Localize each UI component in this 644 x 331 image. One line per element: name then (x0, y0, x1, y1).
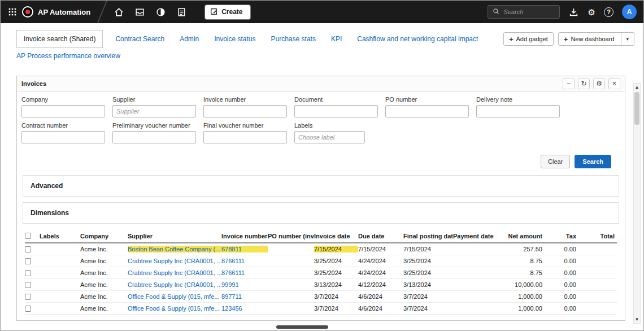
row-checkbox-cell (25, 306, 40, 312)
cell-supplier[interactable]: Office Food & Supply (015, mfe... (128, 293, 221, 300)
search-input[interactable] (503, 8, 555, 16)
cell-invoice-number[interactable]: 8766111 (221, 258, 268, 264)
app-grid-icon[interactable] (8, 8, 16, 16)
gear-icon[interactable]: ⚙ (588, 8, 595, 16)
invoice-number-input[interactable] (203, 105, 287, 117)
cell-invoice-number[interactable]: 123456 (221, 305, 268, 312)
refresh-button[interactable]: ↻ (578, 79, 590, 89)
preliminary-voucher-number-input[interactable] (112, 131, 196, 143)
row-checkbox[interactable] (25, 294, 31, 300)
table-row[interactable]: Acme Inc.Office Food & Supply (015, mfe.… (25, 303, 617, 315)
cell-supplier[interactable]: Crabtree Supply Inc (CRA0001, ... (128, 269, 221, 276)
search-button[interactable]: Search (575, 155, 611, 168)
new-dashboard-button[interactable]: + New dashboard ▾ (558, 32, 634, 46)
cell-invoice-date: 3/13/2024 (314, 281, 358, 288)
cell-invoice-number[interactable]: 8766111 (221, 269, 268, 276)
checkbox[interactable] (25, 233, 31, 239)
cell-tax: 0.00 (546, 293, 580, 300)
header-checkbox[interactable] (25, 233, 40, 239)
column-header-payment-date[interactable]: Payment date (453, 233, 494, 239)
close-button[interactable]: × (608, 79, 620, 89)
section-advanced[interactable]: Advanced (23, 175, 619, 197)
table-row[interactable]: Acme Inc.Crabtree Supply Inc (CRA0001, .… (25, 255, 617, 267)
help-icon[interactable]: ? (604, 7, 613, 17)
cell-tax: 0.00 (546, 269, 580, 276)
cell-net-amount: 257.50 (494, 246, 546, 252)
section-dimensions[interactable]: Dimensions (23, 202, 619, 224)
column-header-company[interactable]: Company (80, 233, 128, 239)
field-label: Preliminary voucher number (112, 122, 196, 129)
column-header-net-amount[interactable]: Net amount (494, 233, 546, 239)
tab-invoice-status[interactable]: Invoice status (214, 31, 255, 47)
tab-cashflow-and-net-working-capital-impact[interactable]: Cashflow and net working capital impact (357, 31, 478, 47)
cell-invoice-number[interactable]: 678811 (221, 246, 268, 252)
row-checkbox[interactable] (25, 270, 31, 276)
vertical-scrollbar[interactable]: ▲ ▼ (633, 83, 641, 324)
cell-supplier[interactable]: Crabtree Supply Inc (CRA0001, ... (128, 258, 221, 264)
tab-purchase-stats[interactable]: Purchase stats (271, 31, 316, 47)
final-voucher-number-input[interactable] (203, 131, 287, 143)
cell-invoice-number[interactable]: 99991 (221, 281, 268, 288)
cell-invoice-number[interactable]: 897711 (221, 293, 268, 300)
column-header-po-number-inv[interactable]: PO number (inv. ... (268, 233, 314, 239)
row-checkbox[interactable] (25, 306, 31, 312)
column-header-supplier[interactable]: Supplier (128, 233, 221, 239)
cell-supplier[interactable]: Office Food & Supply (015, mfe... (128, 305, 221, 312)
filter-field-contract-number: Contract number (21, 122, 105, 143)
clear-button[interactable]: Clear (541, 155, 570, 168)
add-gadget-button[interactable]: + Add gadget (503, 32, 554, 46)
column-header-invoice-date[interactable]: Invoice date (314, 233, 358, 239)
global-search[interactable] (488, 5, 560, 19)
column-header-due-date[interactable]: Due date (358, 233, 403, 239)
row-checkbox[interactable] (25, 246, 31, 252)
panel-settings-button[interactable]: ⚙ (593, 79, 605, 89)
table-row[interactable]: Acme Inc.Crabtree Supply Inc (CRA0001, .… (25, 279, 617, 291)
po-number-input[interactable] (385, 105, 469, 117)
cell-invoice-date: 3/7/2024 (314, 305, 358, 312)
tab-contract-search[interactable]: Contract Search (115, 31, 164, 47)
dashboard-tabs-row2: AP Process performance overview (16, 48, 636, 63)
contract-number-input[interactable] (21, 131, 105, 143)
filters-row2: Contract numberPreliminary voucher numbe… (17, 117, 625, 143)
cell-net-amount: 10,000.00 (494, 281, 546, 288)
clipboard-icon[interactable] (176, 6, 187, 18)
create-button[interactable]: Create (204, 5, 250, 20)
minimize-button[interactable]: − (563, 79, 575, 89)
delivery-note-input[interactable] (476, 105, 560, 117)
tab-invoice-search-shared[interactable]: Invoice search (Shared) (16, 30, 103, 48)
download-icon[interactable] (568, 6, 580, 18)
cell-supplier[interactable]: Boston Bean Coffee Company (... (128, 246, 221, 252)
filter-field-delivery-note: Delivery note (476, 96, 560, 117)
scroll-down-icon[interactable]: ▼ (634, 317, 640, 322)
column-header-invoice-number[interactable]: Invoice number (221, 233, 268, 239)
column-header-total[interactable]: Total (580, 233, 618, 239)
filter-field-labels: Labels (294, 122, 365, 143)
company-input[interactable] (21, 105, 105, 117)
cell-supplier[interactable]: Crabtree Supply Inc (CRA0001, ... (128, 281, 221, 288)
table-row[interactable]: Acme Inc.Boston Bean Coffee Company (...… (25, 243, 617, 255)
supplier-input[interactable] (112, 105, 196, 117)
scroll-up-icon[interactable]: ▲ (634, 85, 640, 90)
column-header-tax[interactable]: Tax (546, 233, 580, 239)
pie-chart-icon[interactable] (155, 6, 166, 18)
row-checkbox[interactable] (25, 282, 31, 288)
horizontal-scroll-thumb[interactable] (276, 325, 328, 329)
column-header-labels[interactable]: Labels (40, 233, 80, 239)
tab-ap-process-performance-overview[interactable]: AP Process performance overview (16, 48, 120, 63)
tab-admin[interactable]: Admin (180, 31, 199, 47)
cell-final-posting-date: 3/13/2024 (403, 281, 453, 288)
document-input[interactable] (294, 105, 378, 117)
invoices-table: LabelsCompanySupplierInvoice numberPO nu… (25, 229, 617, 315)
labels-input[interactable] (294, 131, 365, 143)
caret-down-icon[interactable]: ▾ (621, 33, 629, 45)
avatar[interactable]: A (622, 5, 637, 19)
cell-due-date: 4/24/2024 (358, 258, 403, 264)
table-row[interactable]: Acme Inc.Office Food & Supply (015, mfe.… (25, 291, 617, 303)
column-header-final-posting-date[interactable]: Final posting date (403, 233, 453, 239)
vertical-scroll-thumb[interactable] (634, 92, 639, 125)
tab-kpi[interactable]: KPI (331, 31, 342, 47)
inbox-icon[interactable] (134, 6, 145, 18)
home-icon[interactable] (113, 6, 124, 18)
table-row[interactable]: Acme Inc.Crabtree Supply Inc (CRA0001, .… (25, 267, 617, 279)
row-checkbox[interactable] (25, 258, 31, 264)
